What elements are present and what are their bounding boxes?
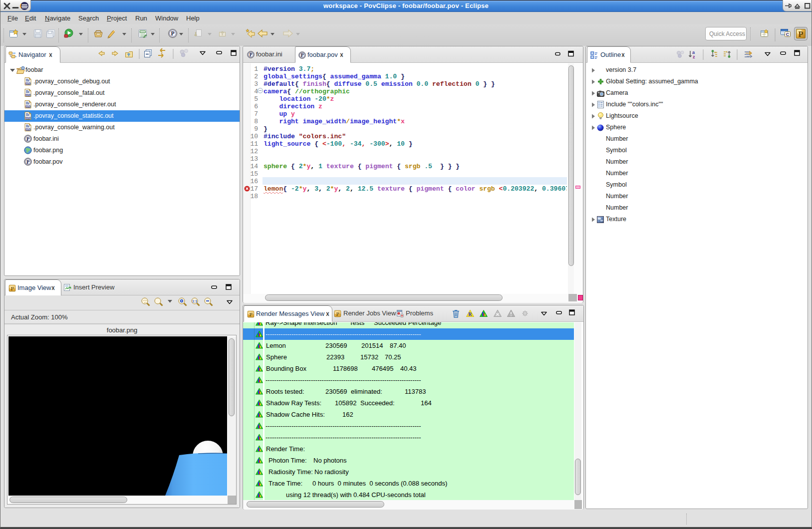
svg-text:R: R	[469, 312, 472, 317]
svg-text:P: P	[799, 30, 804, 38]
svg-text:1:1: 1:1	[192, 299, 197, 303]
svg-text:z: z	[693, 54, 695, 59]
svg-text:P: P	[171, 30, 174, 36]
svg-text:☷: ☷	[21, 66, 24, 70]
svg-text:C: C	[786, 32, 790, 37]
